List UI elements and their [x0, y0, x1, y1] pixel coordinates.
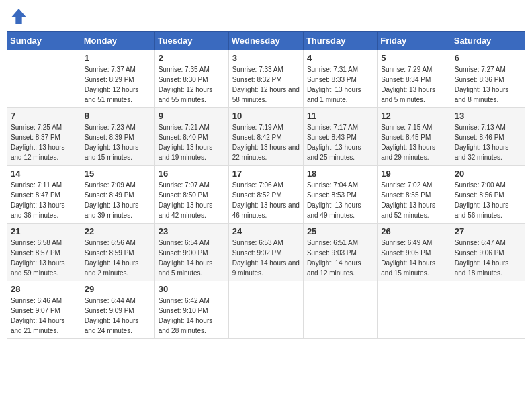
- calendar-cell: 21 Sunrise: 6:58 AM Sunset: 8:57 PM Dayl…: [7, 224, 81, 281]
- day-number: 9: [159, 111, 225, 121]
- day-number: 19: [381, 169, 447, 179]
- sunset: Sunset: 8:57 PM: [11, 249, 60, 257]
- daylight: Daylight: 14 hours and 9 minutes.: [232, 259, 300, 277]
- day-number: 12: [381, 111, 447, 121]
- calendar-cell: 8 Sunrise: 7:23 AM Sunset: 8:39 PM Dayli…: [81, 108, 154, 166]
- sunset: Sunset: 9:05 PM: [381, 249, 431, 257]
- sunrise: Sunrise: 7:33 AM: [232, 66, 283, 73]
- daylight: Daylight: 14 hours and 12 minutes.: [307, 259, 361, 277]
- col-header-tuesday: Tuesday: [154, 32, 228, 50]
- sunrise: Sunrise: 7:29 AM: [381, 66, 432, 73]
- daylight: Daylight: 12 hours and 58 minutes.: [232, 86, 300, 103]
- day-number: 18: [307, 169, 373, 179]
- day-info: Sunrise: 6:49 AM Sunset: 9:05 PM Dayligh…: [381, 238, 447, 278]
- day-number: 26: [381, 226, 447, 236]
- daylight: Daylight: 13 hours and 8 minutes.: [455, 86, 509, 103]
- daylight: Daylight: 13 hours and 12 minutes.: [11, 144, 65, 161]
- day-number: 4: [307, 53, 373, 63]
- day-info: Sunrise: 6:58 AM Sunset: 8:57 PM Dayligh…: [11, 238, 77, 278]
- daylight: Daylight: 13 hours and 42 minutes.: [159, 201, 213, 219]
- day-info: Sunrise: 7:11 AM Sunset: 8:47 PM Dayligh…: [11, 180, 77, 220]
- calendar-cell: 14 Sunrise: 7:11 AM Sunset: 8:47 PM Dayl…: [7, 166, 81, 224]
- week-row-5: 28 Sunrise: 6:46 AM Sunset: 9:07 PM Dayl…: [7, 281, 525, 339]
- logo: [9, 7, 31, 26]
- day-number: 14: [11, 169, 77, 179]
- calendar-cell: 5 Sunrise: 7:29 AM Sunset: 8:34 PM Dayli…: [378, 50, 451, 108]
- calendar-cell: 26 Sunrise: 6:49 AM Sunset: 9:05 PM Dayl…: [378, 224, 451, 281]
- sunrise: Sunrise: 7:04 AM: [307, 181, 358, 189]
- col-header-sunday: Sunday: [7, 32, 81, 50]
- calendar-cell: 20 Sunrise: 7:00 AM Sunset: 8:56 PM Dayl…: [451, 166, 525, 224]
- sunset: Sunset: 8:46 PM: [455, 134, 504, 141]
- day-number: 28: [11, 284, 77, 294]
- calendar-cell: 9 Sunrise: 7:21 AM Sunset: 8:40 PM Dayli…: [154, 108, 228, 166]
- calendar-cell: 1 Sunrise: 7:37 AM Sunset: 8:29 PM Dayli…: [81, 50, 154, 108]
- sunrise: Sunrise: 7:27 AM: [455, 66, 506, 73]
- sunset: Sunset: 8:29 PM: [85, 76, 134, 83]
- sunset: Sunset: 8:34 PM: [381, 76, 431, 83]
- daylight: Daylight: 13 hours and 19 minutes.: [159, 144, 213, 161]
- daylight: Daylight: 14 hours and 18 minutes.: [455, 259, 509, 277]
- calendar-cell: [228, 281, 303, 339]
- sunset: Sunset: 8:45 PM: [381, 134, 431, 141]
- day-info: Sunrise: 7:27 AM Sunset: 8:36 PM Dayligh…: [455, 64, 521, 105]
- calendar-cell: [378, 281, 451, 339]
- calendar-cell: [303, 281, 377, 339]
- daylight: Daylight: 12 hours and 51 minutes.: [85, 86, 139, 103]
- day-number: 5: [381, 53, 447, 63]
- day-number: 27: [455, 226, 521, 236]
- sunrise: Sunrise: 7:31 AM: [307, 66, 358, 73]
- sunrise: Sunrise: 6:42 AM: [159, 297, 210, 304]
- day-info: Sunrise: 7:06 AM Sunset: 8:52 PM Dayligh…: [232, 180, 300, 220]
- day-info: Sunrise: 6:51 AM Sunset: 9:03 PM Dayligh…: [307, 238, 373, 278]
- day-number: 13: [455, 111, 521, 121]
- daylight: Daylight: 14 hours and 5 minutes.: [159, 259, 213, 277]
- day-number: 21: [11, 226, 77, 236]
- sunset: Sunset: 9:02 PM: [232, 249, 282, 257]
- sunrise: Sunrise: 7:37 AM: [85, 66, 136, 73]
- day-info: Sunrise: 7:35 AM Sunset: 8:30 PM Dayligh…: [159, 64, 225, 105]
- sunset: Sunset: 8:43 PM: [307, 134, 357, 141]
- sunset: Sunset: 9:06 PM: [455, 249, 504, 257]
- sunrise: Sunrise: 7:02 AM: [381, 181, 432, 189]
- day-info: Sunrise: 7:13 AM Sunset: 8:46 PM Dayligh…: [455, 122, 521, 163]
- calendar-cell: 6 Sunrise: 7:27 AM Sunset: 8:36 PM Dayli…: [451, 50, 525, 108]
- sunset: Sunset: 8:55 PM: [381, 191, 431, 199]
- calendar-cell: 28 Sunrise: 6:46 AM Sunset: 9:07 PM Dayl…: [7, 281, 81, 339]
- day-info: Sunrise: 7:25 AM Sunset: 8:37 PM Dayligh…: [11, 122, 77, 163]
- day-number: 24: [232, 226, 300, 236]
- sunset: Sunset: 8:56 PM: [455, 191, 504, 199]
- sunrise: Sunrise: 6:53 AM: [232, 239, 283, 246]
- col-header-friday: Friday: [378, 32, 451, 50]
- day-info: Sunrise: 6:53 AM Sunset: 9:02 PM Dayligh…: [232, 238, 300, 278]
- week-row-2: 7 Sunrise: 7:25 AM Sunset: 8:37 PM Dayli…: [7, 108, 525, 166]
- day-info: Sunrise: 6:42 AM Sunset: 9:10 PM Dayligh…: [159, 295, 225, 336]
- day-info: Sunrise: 7:37 AM Sunset: 8:29 PM Dayligh…: [85, 64, 151, 105]
- col-header-wednesday: Wednesday: [228, 32, 303, 50]
- sunset: Sunset: 9:07 PM: [11, 307, 60, 314]
- daylight: Daylight: 14 hours and 21 minutes.: [11, 317, 65, 334]
- calendar-cell: 27 Sunrise: 6:47 AM Sunset: 9:06 PM Dayl…: [451, 224, 525, 281]
- day-info: Sunrise: 7:33 AM Sunset: 8:32 PM Dayligh…: [232, 64, 300, 105]
- calendar-cell: 29 Sunrise: 6:44 AM Sunset: 9:09 PM Dayl…: [81, 281, 154, 339]
- sunset: Sunset: 8:49 PM: [85, 191, 134, 199]
- sunset: Sunset: 8:47 PM: [11, 191, 60, 199]
- daylight: Daylight: 13 hours and 32 minutes.: [455, 144, 509, 161]
- daylight: Daylight: 13 hours and 39 minutes.: [85, 201, 139, 219]
- sunrise: Sunrise: 7:13 AM: [455, 124, 506, 131]
- day-info: Sunrise: 7:29 AM Sunset: 8:34 PM Dayligh…: [381, 64, 447, 105]
- calendar-cell: [7, 50, 81, 108]
- day-info: Sunrise: 6:47 AM Sunset: 9:06 PM Dayligh…: [455, 238, 521, 278]
- calendar-cell: 10 Sunrise: 7:19 AM Sunset: 8:42 PM Dayl…: [228, 108, 303, 166]
- calendar-cell: 24 Sunrise: 6:53 AM Sunset: 9:02 PM Dayl…: [228, 224, 303, 281]
- daylight: Daylight: 14 hours and 15 minutes.: [381, 259, 435, 277]
- sunrise: Sunrise: 7:07 AM: [159, 181, 210, 189]
- sunrise: Sunrise: 6:49 AM: [381, 239, 432, 246]
- calendar-cell: 22 Sunrise: 6:56 AM Sunset: 8:59 PM Dayl…: [81, 224, 154, 281]
- daylight: Daylight: 13 hours and 46 minutes.: [232, 201, 300, 219]
- day-info: Sunrise: 7:31 AM Sunset: 8:33 PM Dayligh…: [307, 64, 373, 105]
- day-info: Sunrise: 6:46 AM Sunset: 9:07 PM Dayligh…: [11, 295, 77, 336]
- day-info: Sunrise: 7:04 AM Sunset: 8:53 PM Dayligh…: [307, 180, 373, 220]
- sunrise: Sunrise: 6:47 AM: [455, 239, 506, 246]
- sunrise: Sunrise: 6:46 AM: [11, 297, 62, 304]
